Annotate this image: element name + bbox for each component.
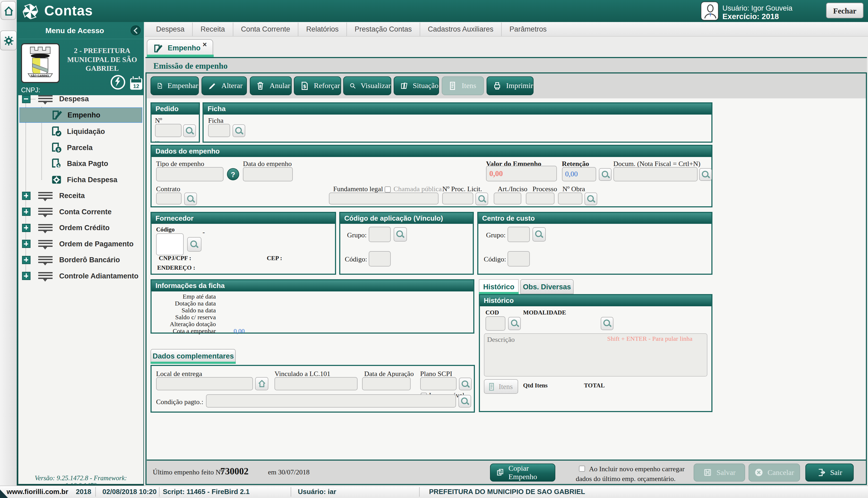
reforcar-button[interactable]: $ Reforçar <box>294 76 341 95</box>
cod-input[interactable] <box>485 316 506 331</box>
apuracao-input[interactable] <box>362 377 411 390</box>
menu-tab-parametros[interactable]: Parâmetros <box>502 23 554 36</box>
fundamento-input[interactable] <box>329 193 438 205</box>
home-button[interactable] <box>1 1 16 20</box>
sidebar-item-despesa[interactable]: Despesa <box>18 91 143 107</box>
proc-licit-input[interactable] <box>442 193 473 205</box>
close-tab-icon[interactable]: × <box>203 40 207 49</box>
ficha-search-button[interactable] <box>232 124 245 137</box>
sidebar-item-receita[interactable]: Receita <box>18 188 143 204</box>
empenhar-button[interactable]: Empenhar <box>151 76 199 95</box>
sidebar-item-ordem-pagamento[interactable]: Ordem de Pagamento <box>18 236 143 252</box>
cod-search-button[interactable] <box>508 317 521 330</box>
aplicacao-grupo-input[interactable] <box>369 227 391 242</box>
exit-arrow-icon <box>817 468 826 477</box>
copiar-empenho-button[interactable]: Copiar Empenho <box>490 463 555 482</box>
sidebar-item-ordem-credito[interactable]: Ordem Crédito <box>18 220 143 235</box>
menu-tab-prestacao-contas[interactable]: Prestação Contas <box>347 23 420 36</box>
plano-scpi-input[interactable] <box>420 377 457 390</box>
alterar-button[interactable]: Alterar <box>202 76 247 95</box>
sidebar-item-controle-adiantamento[interactable]: Controle Adiantamento <box>18 268 143 284</box>
expand-plus-icon[interactable] <box>22 272 30 280</box>
pedido-groupbox: Pedido Nº ... <box>151 102 200 143</box>
menu-tab-conta-corrente[interactable]: Conta Corrente <box>233 23 298 36</box>
aplicacao-grupo-search-button[interactable] <box>394 227 407 241</box>
menu-tab-receita[interactable]: Receita <box>193 23 233 36</box>
ficha-input[interactable] <box>208 124 230 137</box>
menu-tab-despesa[interactable]: Despesa <box>149 23 193 36</box>
pedido-no-input[interactable] <box>155 124 181 137</box>
sidebar-item-conta-corrente[interactable]: Conta Corrente <box>18 204 143 220</box>
tree-item-label: Liquidação <box>67 127 105 136</box>
tab-obs-diversas[interactable]: Obs. Diversas <box>520 279 573 294</box>
calendar-icon[interactable]: 12 <box>129 75 143 91</box>
expand-plus-icon[interactable] <box>22 240 30 248</box>
art-inciso-input[interactable] <box>494 193 521 205</box>
sidebar-item-parcela[interactable]: $ Parcela <box>20 140 142 155</box>
expand-plus-icon[interactable] <box>22 208 30 216</box>
municipality-crest: SÃO GABRIEL <box>21 43 60 83</box>
chamada-publica-checkbox[interactable] <box>385 186 391 193</box>
visualizar-button[interactable]: Visualizar <box>343 76 391 95</box>
condicao-pagto-input[interactable] <box>206 394 456 408</box>
fornecedor-codigo-input[interactable] <box>156 233 184 255</box>
anular-button[interactable]: Anular <box>250 76 292 95</box>
menu-tab-relatorios[interactable]: Relatórios <box>298 23 347 36</box>
contrato-search-button[interactable] <box>184 193 197 205</box>
menu-lines-icon <box>38 224 53 232</box>
imprimir-button[interactable]: Imprimir <box>487 76 534 95</box>
local-entrega-home-button[interactable] <box>255 377 268 390</box>
dados-complementares-button[interactable]: Dados complementares <box>151 349 236 363</box>
data-empenho-label: Data do empenho <box>243 160 292 168</box>
docum-search-button[interactable] <box>699 168 712 181</box>
tipo-empenho-label: Tipo de empenho <box>156 160 204 168</box>
processo-input[interactable] <box>526 193 554 205</box>
close-app-button[interactable]: Fechar <box>826 3 864 18</box>
centro-grupo-search-button[interactable] <box>533 227 546 241</box>
pedido-search-button[interactable] <box>183 124 196 137</box>
sidebar-collapse-button[interactable] <box>131 25 141 36</box>
expand-plus-icon[interactable] <box>22 224 30 232</box>
sidebar-item-liquidacao[interactable]: Liquidação <box>20 124 142 139</box>
retencao-input[interactable]: 0,00 <box>562 167 596 181</box>
docum-input[interactable] <box>613 167 698 181</box>
retencao-search-button[interactable] <box>599 168 612 181</box>
collapse-minus-icon[interactable] <box>22 95 30 103</box>
situacao-button[interactable]: Situação <box>394 76 439 95</box>
centro-grupo-input[interactable] <box>508 227 529 242</box>
magnifier-icon <box>461 397 469 406</box>
sair-button[interactable]: Sair <box>805 463 853 482</box>
obra-search-button[interactable] <box>585 193 597 205</box>
fornecedor-search-button[interactable] <box>187 237 202 251</box>
plano-scpi-search-button[interactable] <box>459 378 472 390</box>
sync-icon[interactable] <box>110 74 126 91</box>
carregar-ultimo-checkbox[interactable] <box>579 466 585 472</box>
aplicacao-codigo-input[interactable] <box>369 251 391 266</box>
sidebar-item-baixa-pagto[interactable]: $ Baixa Pagto <box>20 156 142 171</box>
expand-plus-icon[interactable] <box>22 192 30 200</box>
pencil-icon <box>207 81 217 90</box>
local-entrega-input[interactable] <box>156 377 253 390</box>
vinculado-input[interactable] <box>275 377 358 390</box>
contrato-input[interactable] <box>156 193 181 205</box>
tipo-empenho-input[interactable] <box>156 167 224 181</box>
menu-lines-icon <box>38 240 53 248</box>
status-site[interactable]: www.fiorilli.com.br <box>7 488 68 496</box>
condicao-pagto-search-button[interactable] <box>458 395 471 408</box>
obra-input[interactable] <box>558 193 583 205</box>
sidebar-item-bordero-bancario[interactable]: Borderô Bancário <box>18 252 143 267</box>
expand-plus-icon[interactable] <box>22 256 30 264</box>
cancelar-button: Cancelar <box>749 463 800 482</box>
doc-tab-empenho[interactable]: Empenho × <box>147 39 213 56</box>
sidebar-item-ficha-despesa[interactable]: Ficha Despesa <box>20 172 142 187</box>
help-button[interactable]: ? <box>227 168 239 180</box>
centro-codigo-input[interactable] <box>508 251 529 266</box>
modalidade-search-button[interactable] <box>601 317 613 330</box>
data-empenho-input[interactable] <box>243 167 293 181</box>
valor-empenho-input[interactable]: 0,00 <box>486 166 557 181</box>
proc-licit-search-button[interactable] <box>475 193 488 205</box>
magnifier-icon <box>587 195 596 204</box>
menu-tab-cadastros-auxiliares[interactable]: Cadastros Auxiliares <box>420 23 502 36</box>
settings-button[interactable] <box>0 30 17 50</box>
sidebar-item-empenho[interactable]: Empenho <box>20 107 142 123</box>
